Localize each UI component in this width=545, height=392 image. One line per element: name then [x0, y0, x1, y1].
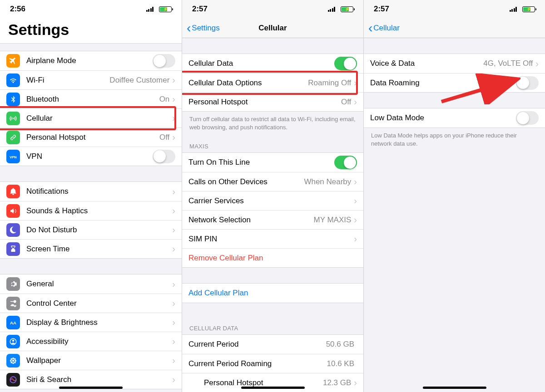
row-calls-on-other-devices[interactable]: Calls on Other DevicesWhen Nearby›: [182, 172, 363, 191]
home-indicator[interactable]: [59, 387, 123, 389]
row-sounds-haptics[interactable]: Sounds & Haptics›: [0, 201, 182, 220]
row-do-not-disturb[interactable]: Do Not Disturb›: [0, 220, 182, 239]
row-cellular-data[interactable]: Cellular Data: [182, 54, 363, 73]
bluetooth-icon: [6, 93, 20, 106]
page-title: Cellular: [258, 24, 287, 33]
toggle[interactable]: [334, 57, 357, 70]
nav-header: ‹Settings Cellular: [182, 18, 363, 38]
row-airplane-mode[interactable]: Airplane Mode: [0, 51, 182, 70]
status-icons: ⚡: [510, 5, 535, 14]
row-network-selection[interactable]: Network SelectionMY MAXIS›: [182, 210, 363, 229]
flower-icon: [6, 354, 20, 368]
row-label: Voice & Data: [370, 59, 483, 68]
chevron-right-icon: ›: [354, 78, 357, 88]
svg-point-7: [12, 357, 14, 359]
toggle[interactable]: [516, 111, 539, 125]
toggle[interactable]: [153, 150, 175, 163]
chevron-right-icon: ›: [172, 132, 175, 142]
svg-point-12: [14, 358, 16, 360]
row-turn-on-this-line[interactable]: Turn On This Line: [182, 153, 363, 172]
row-wi-fi[interactable]: Wi-FiDoiffee Customer›: [0, 70, 182, 89]
wifi-icon: [6, 74, 20, 87]
row-siri-search[interactable]: Siri & Search›: [0, 370, 182, 389]
chevron-right-icon: ›: [172, 355, 175, 366]
row-current-period: Current Period50.6 GB: [182, 335, 363, 354]
svg-point-1: [14, 301, 16, 303]
row-label: Personal Hotspot: [188, 98, 341, 107]
switches-icon: [6, 297, 20, 310]
row-accessibility[interactable]: Accessibility›: [0, 332, 182, 351]
back-button[interactable]: ‹Settings: [187, 22, 220, 34]
svg-point-2: [11, 304, 14, 306]
row-voice-data[interactable]: Voice & Data4G, VoLTE Off›: [364, 54, 545, 73]
chevron-right-icon: ›: [172, 298, 175, 309]
row-cellular-data-options[interactable]: Cellular Data OptionsRoaming Off›: [182, 73, 363, 92]
row-label: Screen Time: [26, 245, 172, 254]
row-notifications[interactable]: Notifications›: [0, 182, 182, 201]
toggle[interactable]: [334, 156, 357, 169]
row-detail: 4G, VoLTE Off: [483, 59, 533, 68]
status-bar: 2:57 ⚡: [364, 0, 545, 18]
row-label: Turn On This Line: [188, 158, 334, 167]
settings-scroll[interactable]: Airplane ModeWi-FiDoiffee Customer›Bluet…: [0, 44, 182, 392]
chevron-right-icon: ›: [354, 97, 357, 107]
back-button[interactable]: ‹Cellular: [368, 22, 400, 34]
row-label: Cellular Data Options: [188, 78, 308, 88]
chevron-right-icon: ›: [354, 377, 357, 388]
chevron-left-icon: ‹: [187, 22, 191, 34]
status-time: 2:57: [374, 5, 389, 14]
status-time: 2:56: [10, 5, 25, 14]
row-cellular[interactable]: Cellular›: [0, 108, 182, 127]
home-indicator[interactable]: [241, 387, 305, 389]
row-bluetooth[interactable]: BluetoothOn›: [0, 89, 182, 108]
row-remove-cellular-plan[interactable]: Remove Cellular Plan: [182, 248, 363, 267]
screen-settings: 2:56 ⚡ Settings Airplane ModeWi-FiDoiffe…: [0, 0, 182, 392]
row-label: Current Period: [188, 340, 326, 349]
page-title: Settings: [0, 18, 182, 44]
row-display-brightness[interactable]: AADisplay & Brightness›: [0, 313, 182, 332]
row-wallpaper[interactable]: Wallpaper›: [0, 351, 182, 370]
chevron-right-icon: ›: [172, 206, 175, 216]
row-personal-hotspot[interactable]: Personal HotspotOff›: [182, 92, 363, 111]
section-header-celldata: CELLULAR DATA: [182, 303, 363, 334]
chevron-right-icon: ›: [172, 186, 175, 197]
battery-icon: ⚡: [159, 6, 172, 12]
row-label: Control Center: [26, 299, 172, 308]
chevron-right-icon: ›: [354, 176, 357, 187]
link-icon: [6, 131, 20, 144]
row-detail: 50.6 GB: [326, 340, 354, 349]
chevron-right-icon: ›: [172, 94, 175, 104]
chevron-right-icon: ›: [172, 336, 175, 347]
gear-icon: [6, 277, 20, 291]
row-label: Low Data Mode: [370, 113, 516, 122]
siri-icon: [6, 373, 20, 387]
row-general[interactable]: General›: [0, 274, 182, 294]
status-icons: ⚡: [146, 5, 172, 14]
row-screen-time[interactable]: Screen Time›: [0, 239, 182, 258]
row-add-cellular-plan[interactable]: Add Cellular Plan: [182, 284, 363, 303]
row-detail: Doiffee Customer: [109, 76, 169, 85]
row-label: Wallpaper: [26, 356, 172, 365]
row-label: General: [26, 279, 172, 289]
home-indicator[interactable]: [423, 387, 486, 389]
row-label: Wi-Fi: [26, 76, 109, 85]
row-personal-hotspot[interactable]: Personal Hotspot12.3 GB›: [182, 373, 363, 392]
row-control-center[interactable]: Control Center›: [0, 294, 182, 313]
row-personal-hotspot[interactable]: Personal HotspotOff›: [0, 127, 182, 147]
signal-icon: [146, 7, 154, 12]
status-icons: ⚡: [328, 5, 354, 14]
row-low-data-mode[interactable]: Low Data Mode: [364, 108, 545, 127]
battery-icon: ⚡: [522, 6, 535, 12]
row-vpn[interactable]: VPNVPN: [0, 147, 182, 166]
row-label: VPN: [26, 152, 153, 161]
row-sim-pin[interactable]: SIM PIN›: [182, 229, 363, 248]
status-bar: 2:57 ⚡: [182, 0, 363, 18]
row-carrier-services[interactable]: Carrier Services›: [182, 191, 363, 210]
svg-point-8: [12, 362, 14, 364]
nav-header: ‹Cellular: [364, 18, 545, 38]
cellular-scroll[interactable]: Cellular DataCellular Data OptionsRoamin…: [182, 38, 363, 392]
row-label: Notifications: [26, 187, 172, 196]
toggle[interactable]: [153, 54, 175, 68]
chevron-right-icon: ›: [535, 59, 539, 69]
row-detail: MY MAXIS: [314, 216, 352, 225]
